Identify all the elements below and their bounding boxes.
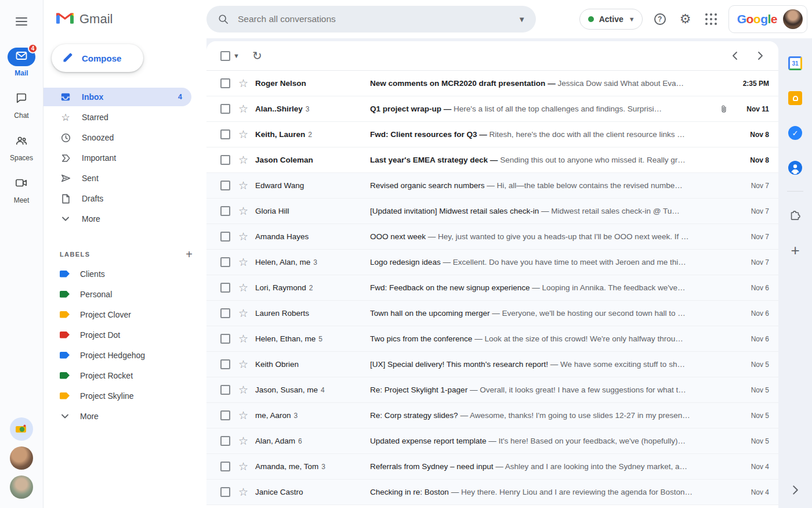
rail-item-meet[interactable]: Meet (8, 175, 35, 204)
sidebar-item-starred[interactable]: ☆ Starred (44, 108, 191, 127)
email-checkbox[interactable] (220, 410, 230, 420)
email-checkbox[interactable] (220, 308, 230, 318)
sidebar-item-inbox[interactable]: Inbox 4 (44, 88, 191, 106)
star-icon[interactable]: ☆ (238, 333, 248, 344)
email-checkbox[interactable] (220, 232, 230, 242)
star-icon[interactable]: ☆ (238, 359, 248, 370)
sidebar-item-drafts[interactable]: Drafts (44, 189, 191, 208)
rail-item-chat[interactable]: Chat (8, 90, 35, 120)
contacts-icon[interactable] (788, 161, 802, 175)
labels-more[interactable]: More (44, 406, 206, 426)
google-account-area[interactable]: Google (728, 5, 807, 33)
email-checkbox[interactable] (220, 206, 230, 216)
star-icon[interactable]: ☆ (238, 78, 248, 89)
calendar-icon[interactable]: 31 (788, 56, 802, 70)
email-row[interactable]: ☆ Keith, Lauren2 Fwd: Client resources f… (206, 122, 778, 147)
sidebar-label-item[interactable]: Project Rocket (44, 365, 206, 385)
sidebar-label-item[interactable]: Clients (44, 264, 206, 284)
email-row[interactable]: ☆ Lori, Raymond2 Fwd: Feedback on the ne… (206, 275, 778, 301)
email-row[interactable]: ☆ Helen, Ethan, me5 Two pics from the co… (206, 326, 778, 352)
star-icon[interactable]: ☆ (238, 206, 248, 217)
search-input[interactable] (238, 14, 509, 24)
help-button[interactable]: ? (652, 11, 668, 27)
sidebar-label-item[interactable]: Project Hedgehog (44, 345, 206, 365)
expand-panel-chevron-icon[interactable] (792, 485, 799, 498)
star-icon[interactable]: ☆ (238, 308, 248, 319)
star-icon[interactable]: ☆ (238, 410, 248, 421)
email-row[interactable]: ☆ Alan, Adam6 Updated expense report tem… (206, 428, 778, 454)
select-options-chevron-icon[interactable]: ▼ (233, 52, 240, 59)
email-row[interactable]: ☆ Lauren Roberts Town hall on the upcomi… (206, 301, 778, 326)
star-icon[interactable]: ☆ (238, 257, 248, 268)
rail-item-mail[interactable]: 4 Mail (8, 48, 35, 77)
sidebar-label-item[interactable]: Project Dot (44, 325, 206, 345)
rail-item-spaces[interactable]: Spaces (8, 132, 35, 162)
email-row[interactable]: ☆ me, Aaron3 Re: Corp strategy slides? —… (206, 403, 778, 428)
addons-puzzle-icon[interactable] (789, 208, 802, 221)
select-all-checkbox[interactable] (220, 51, 230, 61)
sidebar-label-item[interactable]: Project Clover (44, 304, 206, 325)
email-row[interactable]: ☆ Janice Castro Checking in re: Boston —… (206, 480, 778, 505)
apps-button[interactable] (703, 11, 719, 27)
star-icon[interactable]: ☆ (238, 129, 248, 140)
main-menu-icon[interactable] (16, 15, 27, 28)
settings-button[interactable]: ⚙ (677, 11, 694, 27)
user-avatar[interactable] (783, 9, 803, 29)
star-icon[interactable]: ☆ (238, 461, 248, 472)
email-checkbox[interactable] (220, 129, 230, 139)
email-checkbox[interactable] (220, 257, 230, 267)
star-icon[interactable]: ☆ (238, 487, 248, 498)
search-icon (218, 14, 229, 24)
star-icon[interactable]: ☆ (238, 282, 248, 293)
compose-button[interactable]: Compose (52, 44, 143, 72)
add-panel-icon[interactable]: + (791, 242, 799, 260)
email-checkbox[interactable] (220, 283, 230, 293)
email-checkbox[interactable] (220, 359, 230, 369)
email-checkbox[interactable] (220, 181, 230, 190)
email-checkbox[interactable] (220, 462, 230, 471)
sidebar-item-sent[interactable]: Sent (44, 169, 191, 188)
email-row[interactable]: ☆ Roger Nelson New comments on MCR2020 d… (206, 71, 778, 96)
email-row[interactable]: ☆ Amanda, me, Tom3 Referrals from Sydney… (206, 454, 778, 480)
email-subject-snippet: [UX] Special delivery! This month's rese… (370, 360, 731, 369)
email-row[interactable]: ☆ Jason Coleman Last year's EMEA strateg… (206, 147, 778, 173)
email-row[interactable]: ☆ Keith Obrien [UX] Special delivery! Th… (206, 352, 778, 377)
star-icon[interactable]: ☆ (238, 435, 248, 446)
search-bar[interactable]: ▼ (206, 6, 536, 33)
chat-conversation-avatar-camera[interactable] (10, 417, 33, 441)
older-page-chevron-icon[interactable] (757, 51, 763, 60)
create-label-icon[interactable]: + (186, 248, 193, 260)
email-row[interactable]: ☆ Helen, Alan, me3 Logo redesign ideas —… (206, 250, 778, 275)
star-icon[interactable]: ☆ (238, 154, 248, 165)
star-icon[interactable]: ☆ (238, 103, 248, 114)
star-icon[interactable]: ☆ (238, 231, 248, 242)
email-checkbox[interactable] (220, 436, 230, 446)
sidebar-item-snoozed[interactable]: Snoozed (44, 128, 191, 147)
email-row[interactable]: ☆ Jason, Susan, me4 Re: Project Skylight… (206, 377, 778, 403)
sidebar-label-item[interactable]: Personal (44, 284, 206, 304)
search-options-chevron-icon[interactable]: ▼ (518, 15, 525, 24)
email-checkbox[interactable] (220, 104, 230, 114)
email-row[interactable]: ☆ Alan..Shirley3 Q1 project wrap-up — He… (206, 96, 778, 122)
star-icon[interactable]: ☆ (238, 384, 248, 395)
email-row[interactable]: ☆ Gloria Hill [Updated invitation] Midwe… (206, 199, 778, 224)
refresh-icon[interactable]: ↻ (252, 50, 262, 62)
email-checkbox[interactable] (220, 385, 230, 395)
sidebar-item-important[interactable]: Important (44, 149, 191, 167)
email-checkbox[interactable] (220, 487, 230, 497)
status-selector[interactable]: Active ▼ (579, 9, 643, 30)
email-row[interactable]: ☆ Edward Wang Revised organic search num… (206, 173, 778, 199)
chat-conversation-avatar-1[interactable] (10, 446, 33, 470)
keep-icon[interactable] (788, 91, 802, 105)
sidebar-item-more[interactable]: More (44, 210, 191, 228)
newer-page-chevron-icon[interactable] (732, 51, 738, 60)
email-row[interactable]: ☆ Amanda Hayes OOO next week — Hey, just… (206, 224, 778, 250)
email-checkbox[interactable] (220, 155, 230, 165)
email-checkbox[interactable] (220, 78, 230, 88)
email-date: Nov 7 (731, 258, 769, 266)
sidebar-label-item[interactable]: Project Skyline (44, 385, 206, 406)
tasks-icon[interactable]: ✓ (788, 126, 802, 140)
email-checkbox[interactable] (220, 334, 230, 344)
star-icon[interactable]: ☆ (238, 180, 248, 191)
chat-conversation-avatar-2[interactable] (10, 475, 33, 499)
